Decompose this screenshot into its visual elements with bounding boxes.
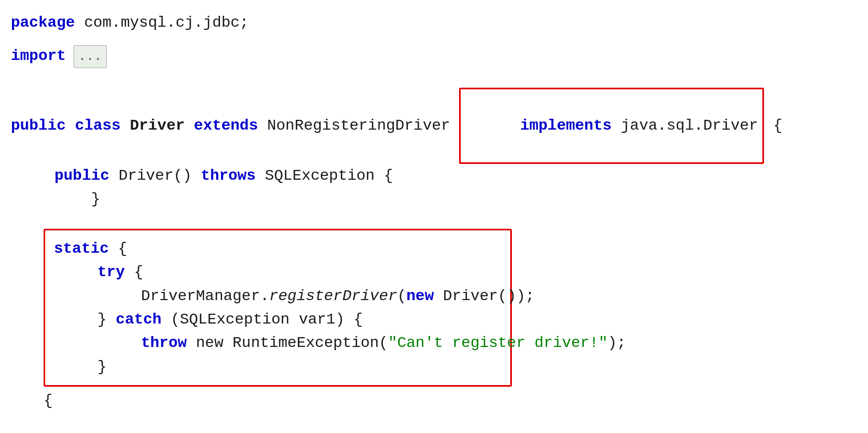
catch-close: } bbox=[97, 308, 116, 331]
keyword-public: public bbox=[11, 114, 66, 137]
outer-close-brace: { bbox=[44, 389, 53, 412]
keyword-throw: throw bbox=[141, 331, 187, 355]
class-open-brace: { bbox=[764, 114, 783, 137]
throws-exception: SQLException { bbox=[256, 164, 393, 187]
catch-close-brace: } bbox=[97, 355, 107, 379]
keyword-static: static bbox=[54, 237, 109, 260]
line-throw: throw new RuntimeException( "Can't regis… bbox=[54, 331, 499, 355]
keyword-public2: public bbox=[54, 164, 109, 187]
throw-end: ); bbox=[608, 331, 626, 355]
spacer-2b bbox=[11, 78, 852, 88]
keyword-implements: implements bbox=[520, 117, 612, 134]
catch-args: (SQLException var1) { bbox=[162, 308, 363, 331]
throw-string: "Can't register driver!" bbox=[388, 331, 608, 355]
throw-new: new RuntimeException( bbox=[187, 331, 388, 355]
keyword-try: try bbox=[97, 260, 125, 284]
close-brace-constructor: } bbox=[54, 187, 100, 211]
static-block-highlight: static { try { DriverManager.registerDri… bbox=[44, 229, 512, 387]
spacer-2 bbox=[11, 68, 852, 78]
static-block-container: static { try { DriverManager.registerDri… bbox=[11, 224, 852, 387]
constructor-sig: Driver() bbox=[109, 164, 201, 187]
line-catch-close: } bbox=[54, 355, 499, 379]
code-viewer: package com.mysql.cj.jdbc; import... pub… bbox=[0, 0, 868, 433]
spacer-1 bbox=[11, 34, 852, 44]
keyword-class: class bbox=[66, 114, 130, 137]
keyword-import: import bbox=[11, 44, 66, 68]
line-catch: } catch (SQLException var1) { bbox=[54, 308, 499, 331]
implements-class: java.sql.Driver bbox=[612, 117, 758, 134]
keyword-extends: extends bbox=[185, 114, 258, 137]
spacer-3 bbox=[11, 211, 852, 221]
package-name: com.mysql.cj.jdbc; bbox=[75, 11, 249, 34]
keyword-package: package bbox=[11, 11, 75, 34]
line-constructor: public Driver() throws SQLException { bbox=[11, 164, 852, 187]
line-constructor-close: } bbox=[11, 187, 852, 211]
line-package: package com.mysql.cj.jdbc; bbox=[11, 11, 852, 34]
line-outer-close: { bbox=[11, 389, 852, 412]
register-method: registerDriver bbox=[269, 284, 397, 308]
line-try: try { bbox=[54, 260, 499, 284]
line-import: import... bbox=[11, 44, 852, 68]
import-ellipsis[interactable]: ... bbox=[74, 45, 107, 68]
static-brace: { bbox=[109, 237, 127, 260]
extends-class: NonRegisteringDriver bbox=[258, 114, 460, 137]
keyword-catch: catch bbox=[116, 308, 162, 331]
try-brace: { bbox=[125, 260, 143, 284]
keyword-new: new bbox=[406, 284, 433, 308]
keyword-throws: throws bbox=[201, 164, 256, 187]
driver-new: Driver()); bbox=[434, 284, 535, 308]
line-class-decl: public class Driver extends NonRegisteri… bbox=[11, 88, 852, 164]
class-driver: Driver bbox=[130, 114, 185, 137]
implements-highlight-box: implements java.sql.Driver bbox=[459, 88, 764, 164]
driver-manager-ref: DriverManager. bbox=[141, 284, 269, 308]
register-args: ( bbox=[398, 284, 407, 308]
line-register-driver: DriverManager.registerDriver(new Driver(… bbox=[54, 284, 499, 308]
line-static: static { bbox=[54, 237, 499, 260]
